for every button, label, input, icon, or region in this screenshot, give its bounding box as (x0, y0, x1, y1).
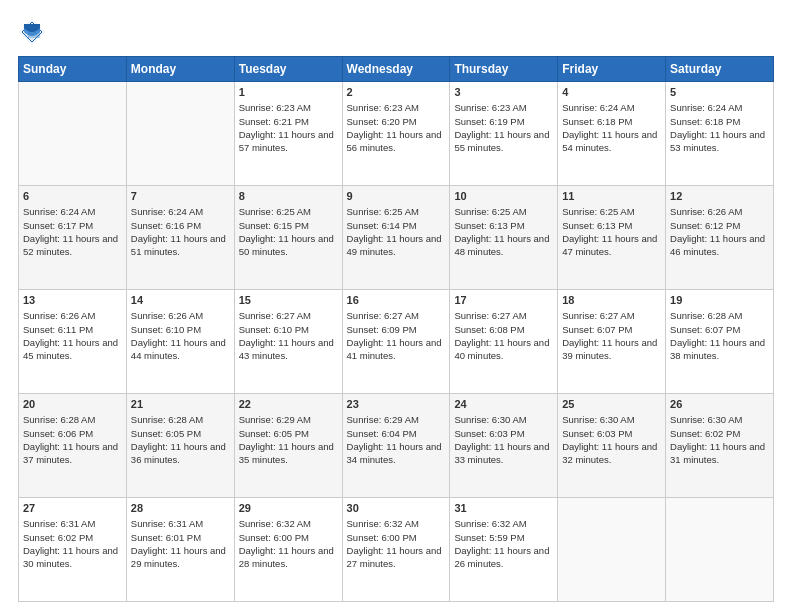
weekday-header: Friday (558, 57, 666, 82)
calendar-cell: 16Sunrise: 6:27 AMSunset: 6:09 PMDayligh… (342, 290, 450, 394)
day-number: 11 (562, 189, 661, 204)
sunset-text: Sunset: 6:20 PM (347, 115, 446, 128)
sunrise-text: Sunrise: 6:30 AM (670, 413, 769, 426)
weekday-header: Thursday (450, 57, 558, 82)
day-number: 4 (562, 85, 661, 100)
calendar-cell: 8Sunrise: 6:25 AMSunset: 6:15 PMDaylight… (234, 186, 342, 290)
sunrise-text: Sunrise: 6:32 AM (347, 517, 446, 530)
calendar-week-row: 1Sunrise: 6:23 AMSunset: 6:21 PMDaylight… (19, 82, 774, 186)
calendar-week-row: 13Sunrise: 6:26 AMSunset: 6:11 PMDayligh… (19, 290, 774, 394)
calendar-cell: 1Sunrise: 6:23 AMSunset: 6:21 PMDaylight… (234, 82, 342, 186)
daylight-text: Daylight: 11 hours and 34 minutes. (347, 440, 446, 467)
sunrise-text: Sunrise: 6:25 AM (239, 205, 338, 218)
calendar-week-row: 6Sunrise: 6:24 AMSunset: 6:17 PMDaylight… (19, 186, 774, 290)
sunrise-text: Sunrise: 6:24 AM (670, 101, 769, 114)
daylight-text: Daylight: 11 hours and 46 minutes. (670, 232, 769, 259)
sunrise-text: Sunrise: 6:25 AM (454, 205, 553, 218)
sunrise-text: Sunrise: 6:31 AM (23, 517, 122, 530)
sunrise-text: Sunrise: 6:24 AM (562, 101, 661, 114)
sunrise-text: Sunrise: 6:25 AM (347, 205, 446, 218)
calendar-cell: 20Sunrise: 6:28 AMSunset: 6:06 PMDayligh… (19, 394, 127, 498)
calendar-cell (126, 82, 234, 186)
daylight-text: Daylight: 11 hours and 27 minutes. (347, 544, 446, 571)
calendar-cell: 13Sunrise: 6:26 AMSunset: 6:11 PMDayligh… (19, 290, 127, 394)
calendar-cell: 11Sunrise: 6:25 AMSunset: 6:13 PMDayligh… (558, 186, 666, 290)
day-number: 9 (347, 189, 446, 204)
day-number: 24 (454, 397, 553, 412)
sunset-text: Sunset: 6:16 PM (131, 219, 230, 232)
weekday-header: Sunday (19, 57, 127, 82)
sunset-text: Sunset: 6:10 PM (239, 323, 338, 336)
sunset-text: Sunset: 6:11 PM (23, 323, 122, 336)
sunset-text: Sunset: 6:05 PM (131, 427, 230, 440)
sunrise-text: Sunrise: 6:30 AM (562, 413, 661, 426)
sunrise-text: Sunrise: 6:27 AM (347, 309, 446, 322)
calendar-cell: 26Sunrise: 6:30 AMSunset: 6:02 PMDayligh… (666, 394, 774, 498)
calendar-cell: 21Sunrise: 6:28 AMSunset: 6:05 PMDayligh… (126, 394, 234, 498)
daylight-text: Daylight: 11 hours and 38 minutes. (670, 336, 769, 363)
sunrise-text: Sunrise: 6:27 AM (454, 309, 553, 322)
sunset-text: Sunset: 6:10 PM (131, 323, 230, 336)
sunset-text: Sunset: 6:19 PM (454, 115, 553, 128)
daylight-text: Daylight: 11 hours and 50 minutes. (239, 232, 338, 259)
sunset-text: Sunset: 6:07 PM (562, 323, 661, 336)
day-number: 27 (23, 501, 122, 516)
calendar-cell: 9Sunrise: 6:25 AMSunset: 6:14 PMDaylight… (342, 186, 450, 290)
calendar-cell: 12Sunrise: 6:26 AMSunset: 6:12 PMDayligh… (666, 186, 774, 290)
sunset-text: Sunset: 6:13 PM (562, 219, 661, 232)
daylight-text: Daylight: 11 hours and 44 minutes. (131, 336, 230, 363)
sunrise-text: Sunrise: 6:29 AM (239, 413, 338, 426)
sunset-text: Sunset: 6:18 PM (562, 115, 661, 128)
day-number: 28 (131, 501, 230, 516)
day-number: 10 (454, 189, 553, 204)
daylight-text: Daylight: 11 hours and 26 minutes. (454, 544, 553, 571)
calendar-cell: 3Sunrise: 6:23 AMSunset: 6:19 PMDaylight… (450, 82, 558, 186)
day-number: 26 (670, 397, 769, 412)
daylight-text: Daylight: 11 hours and 45 minutes. (23, 336, 122, 363)
calendar-cell: 10Sunrise: 6:25 AMSunset: 6:13 PMDayligh… (450, 186, 558, 290)
day-number: 31 (454, 501, 553, 516)
sunset-text: Sunset: 6:03 PM (562, 427, 661, 440)
calendar-cell: 18Sunrise: 6:27 AMSunset: 6:07 PMDayligh… (558, 290, 666, 394)
calendar-cell (666, 498, 774, 602)
calendar-cell: 25Sunrise: 6:30 AMSunset: 6:03 PMDayligh… (558, 394, 666, 498)
sunrise-text: Sunrise: 6:23 AM (239, 101, 338, 114)
calendar-cell: 27Sunrise: 6:31 AMSunset: 6:02 PMDayligh… (19, 498, 127, 602)
sunset-text: Sunset: 6:02 PM (670, 427, 769, 440)
daylight-text: Daylight: 11 hours and 33 minutes. (454, 440, 553, 467)
day-number: 19 (670, 293, 769, 308)
daylight-text: Daylight: 11 hours and 31 minutes. (670, 440, 769, 467)
daylight-text: Daylight: 11 hours and 36 minutes. (131, 440, 230, 467)
daylight-text: Daylight: 11 hours and 30 minutes. (23, 544, 122, 571)
calendar-cell: 5Sunrise: 6:24 AMSunset: 6:18 PMDaylight… (666, 82, 774, 186)
daylight-text: Daylight: 11 hours and 49 minutes. (347, 232, 446, 259)
calendar-cell: 4Sunrise: 6:24 AMSunset: 6:18 PMDaylight… (558, 82, 666, 186)
daylight-text: Daylight: 11 hours and 54 minutes. (562, 128, 661, 155)
sunrise-text: Sunrise: 6:28 AM (670, 309, 769, 322)
calendar-cell: 7Sunrise: 6:24 AMSunset: 6:16 PMDaylight… (126, 186, 234, 290)
sunset-text: Sunset: 6:04 PM (347, 427, 446, 440)
day-number: 21 (131, 397, 230, 412)
calendar-cell: 28Sunrise: 6:31 AMSunset: 6:01 PMDayligh… (126, 498, 234, 602)
sunrise-text: Sunrise: 6:23 AM (347, 101, 446, 114)
day-number: 12 (670, 189, 769, 204)
calendar-cell: 19Sunrise: 6:28 AMSunset: 6:07 PMDayligh… (666, 290, 774, 394)
day-number: 6 (23, 189, 122, 204)
sunrise-text: Sunrise: 6:28 AM (23, 413, 122, 426)
sunset-text: Sunset: 6:08 PM (454, 323, 553, 336)
calendar-cell: 6Sunrise: 6:24 AMSunset: 6:17 PMDaylight… (19, 186, 127, 290)
sunset-text: Sunset: 6:14 PM (347, 219, 446, 232)
calendar-cell: 2Sunrise: 6:23 AMSunset: 6:20 PMDaylight… (342, 82, 450, 186)
calendar-week-row: 20Sunrise: 6:28 AMSunset: 6:06 PMDayligh… (19, 394, 774, 498)
sunset-text: Sunset: 6:15 PM (239, 219, 338, 232)
day-number: 30 (347, 501, 446, 516)
sunrise-text: Sunrise: 6:26 AM (670, 205, 769, 218)
daylight-text: Daylight: 11 hours and 29 minutes. (131, 544, 230, 571)
weekday-header: Saturday (666, 57, 774, 82)
daylight-text: Daylight: 11 hours and 37 minutes. (23, 440, 122, 467)
day-number: 16 (347, 293, 446, 308)
day-number: 15 (239, 293, 338, 308)
sunset-text: Sunset: 6:00 PM (347, 531, 446, 544)
daylight-text: Daylight: 11 hours and 51 minutes. (131, 232, 230, 259)
day-number: 13 (23, 293, 122, 308)
